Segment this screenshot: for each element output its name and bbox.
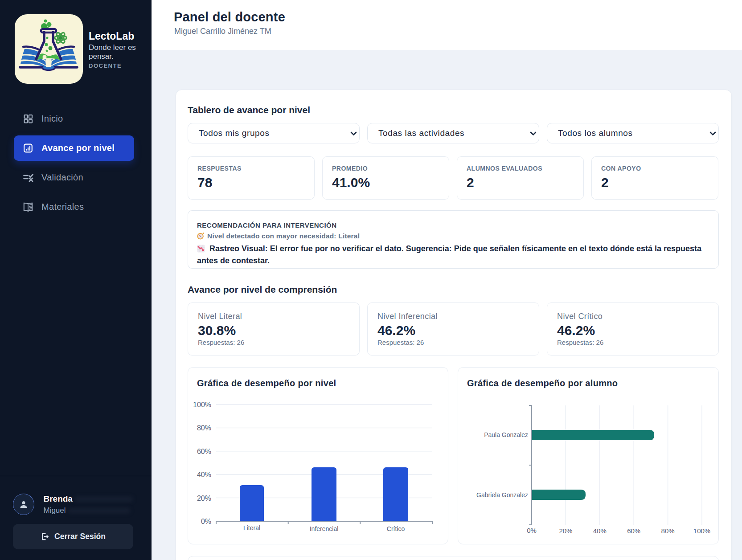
svg-text:0%: 0% bbox=[201, 518, 211, 525]
svg-text:Paula Gonzalez: Paula Gonzalez bbox=[484, 431, 528, 438]
svg-text:40%: 40% bbox=[197, 471, 211, 478]
svg-text:0%: 0% bbox=[527, 527, 537, 534]
svg-text:Literal: Literal bbox=[243, 524, 260, 531]
svg-text:80%: 80% bbox=[661, 527, 675, 535]
svg-text:100%: 100% bbox=[693, 527, 710, 535]
svg-text:Crítico: Crítico bbox=[387, 525, 405, 532]
svg-text:20%: 20% bbox=[197, 495, 211, 502]
svg-text:100%: 100% bbox=[193, 401, 211, 409]
svg-text:20%: 20% bbox=[559, 527, 572, 535]
svg-text:80%: 80% bbox=[197, 424, 211, 432]
svg-text:Inferencial: Inferencial bbox=[310, 525, 339, 532]
svg-text:40%: 40% bbox=[593, 527, 607, 535]
svg-text:60%: 60% bbox=[197, 448, 211, 455]
svg-text:Gabriela Gonzalez: Gabriela Gonzalez bbox=[476, 491, 528, 499]
svg-text:60%: 60% bbox=[627, 527, 640, 535]
